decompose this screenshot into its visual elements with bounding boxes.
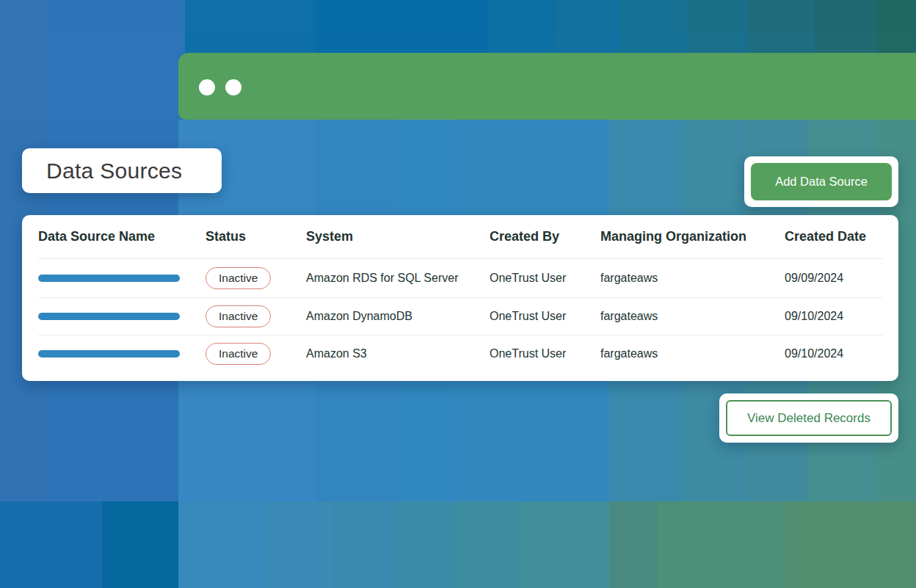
- created-by-cell: OneTrust User: [490, 272, 600, 285]
- created-date-cell: 09/10/2024: [785, 347, 882, 360]
- add-data-source-button[interactable]: Add Data Source: [751, 163, 892, 200]
- redacted-name-bar: [38, 350, 180, 357]
- created-date-cell: 09/10/2024: [785, 310, 882, 323]
- created-by-cell: OneTrust User: [490, 310, 600, 323]
- table-row[interactable]: Inactive Amazon RDS for SQL Server OneTr…: [38, 259, 882, 297]
- data-source-name-cell: [38, 313, 206, 320]
- managing-organization-cell: fargateaws: [600, 347, 785, 360]
- column-header-created-date: Created Date: [785, 229, 882, 244]
- redacted-name-bar: [38, 275, 180, 282]
- data-source-name-cell: [38, 275, 206, 282]
- table-body: Inactive Amazon RDS for SQL Server OneTr…: [38, 259, 882, 373]
- redacted-name-bar: [38, 313, 180, 320]
- status-badge: Inactive: [206, 267, 271, 289]
- column-header-system: System: [306, 229, 490, 244]
- status-badge: Inactive: [206, 305, 271, 327]
- status-badge: Inactive: [206, 343, 271, 365]
- column-header-data-source-name: Data Source Name: [38, 229, 206, 244]
- status-badge-label: Inactive: [219, 347, 258, 360]
- view-deleted-records-card: View Deleted Records: [719, 393, 898, 443]
- add-data-source-card: Add Data Source: [744, 156, 898, 207]
- system-cell: Amazon DynamoDB: [306, 310, 490, 323]
- status-cell: Inactive: [206, 267, 306, 289]
- table-row[interactable]: Inactive Amazon DynamoDB OneTrust User f…: [38, 297, 882, 335]
- view-deleted-records-button[interactable]: View Deleted Records: [726, 400, 892, 436]
- column-header-status: Status: [206, 229, 306, 244]
- status-badge-label: Inactive: [219, 310, 258, 323]
- page-title-card: Data Sources: [22, 148, 222, 193]
- created-by-cell: OneTrust User: [490, 347, 600, 360]
- window-dot-icon: [225, 79, 241, 95]
- browser-window-titlebar: [178, 53, 916, 120]
- status-cell: Inactive: [206, 305, 306, 327]
- page-title: Data Sources: [22, 159, 182, 184]
- status-cell: Inactive: [206, 343, 306, 365]
- managing-organization-cell: fargateaws: [600, 310, 785, 323]
- column-header-managing-organization: Managing Organization: [600, 229, 785, 244]
- managing-organization-cell: fargateaws: [600, 272, 785, 285]
- table-row[interactable]: Inactive Amazon S3 OneTrust User fargate…: [38, 335, 882, 373]
- system-cell: Amazon RDS for SQL Server: [306, 272, 490, 285]
- table-header-row: Data Source Name Status System Created B…: [38, 215, 882, 259]
- data-source-name-cell: [38, 350, 206, 357]
- column-header-created-by: Created By: [490, 229, 600, 244]
- status-badge-label: Inactive: [219, 272, 258, 285]
- page-background: Data Sources Add Data Source Data Source…: [0, 0, 916, 588]
- window-dot-icon: [199, 79, 215, 95]
- data-sources-table: Data Source Name Status System Created B…: [22, 215, 898, 381]
- created-date-cell: 09/09/2024: [785, 272, 882, 285]
- system-cell: Amazon S3: [306, 347, 490, 360]
